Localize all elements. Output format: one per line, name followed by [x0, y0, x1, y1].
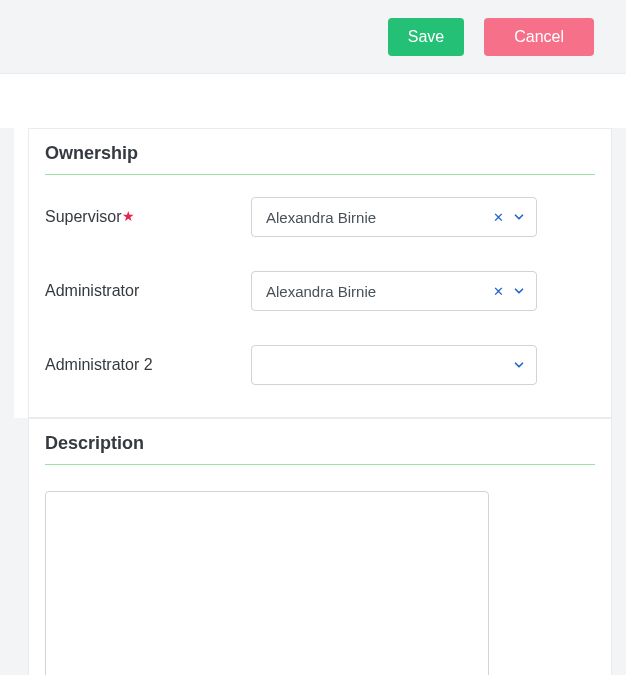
administrator-label: Administrator [45, 282, 245, 300]
gutter-left-inner [14, 128, 28, 418]
required-star-icon: ★ [122, 208, 135, 224]
content-grid: Ownership Supervisor★ Alexandra Birnie ✕… [0, 128, 626, 675]
chevron-down-icon[interactable] [512, 358, 526, 372]
header-action-bar: Save Cancel [0, 0, 626, 74]
supervisor-value: Alexandra Birnie [266, 209, 493, 226]
supervisor-row: Supervisor★ Alexandra Birnie ✕ [45, 197, 595, 237]
description-textarea[interactable] [45, 491, 489, 675]
save-button[interactable]: Save [388, 18, 464, 56]
chevron-down-icon[interactable] [512, 210, 526, 224]
ownership-panel: Ownership Supervisor★ Alexandra Birnie ✕… [28, 128, 612, 418]
form-body: Ownership Supervisor★ Alexandra Birnie ✕… [0, 74, 626, 675]
administrator2-label: Administrator 2 [45, 356, 245, 374]
administrator-select[interactable]: Alexandra Birnie ✕ [251, 271, 537, 311]
description-title: Description [45, 433, 595, 465]
description-panel: Description [28, 418, 612, 675]
supervisor-actions: ✕ [493, 210, 526, 224]
ownership-title: Ownership [45, 143, 595, 175]
supervisor-label-text: Supervisor [45, 208, 121, 225]
administrator-value: Alexandra Birnie [266, 283, 493, 300]
administrator2-actions [512, 358, 526, 372]
cancel-button[interactable]: Cancel [484, 18, 594, 56]
administrator2-select[interactable] [251, 345, 537, 385]
supervisor-select[interactable]: Alexandra Birnie ✕ [251, 197, 537, 237]
supervisor-label: Supervisor★ [45, 208, 245, 226]
clear-icon[interactable]: ✕ [493, 285, 504, 298]
administrator-row: Administrator Alexandra Birnie ✕ [45, 271, 595, 311]
chevron-down-icon[interactable] [512, 284, 526, 298]
gutter-right-2 [612, 418, 626, 675]
clear-icon[interactable]: ✕ [493, 211, 504, 224]
administrator2-row: Administrator 2 [45, 345, 595, 385]
administrator-actions: ✕ [493, 284, 526, 298]
gutter-left-outer [0, 128, 14, 418]
gutter-right [612, 128, 626, 418]
